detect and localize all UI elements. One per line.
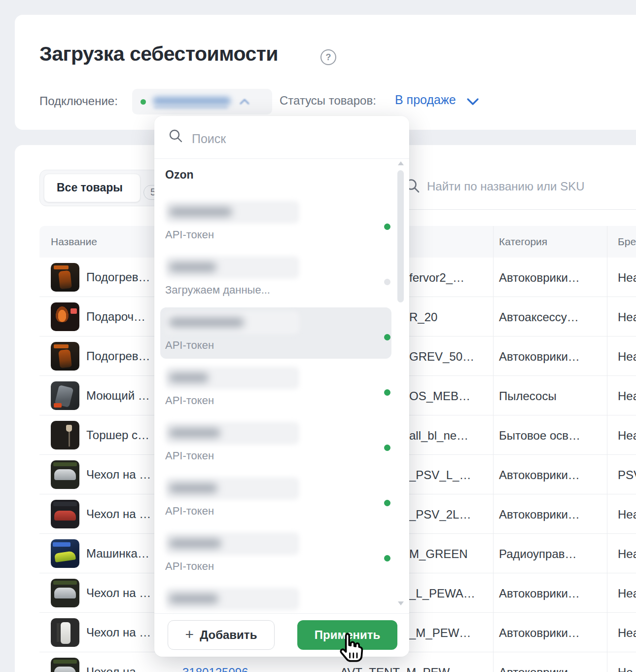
product-image: [51, 658, 79, 672]
product-image: [51, 381, 79, 410]
product-name[interactable]: Подогрев…: [86, 349, 150, 363]
statuses-dropdown[interactable]: В продаже: [395, 93, 456, 107]
product-article: _L_PEWA…: [409, 587, 475, 600]
status-dot-green: [384, 389, 390, 396]
product-category: Автоаксессу…: [499, 310, 579, 324]
statuses-label: Статусы товаров:: [280, 94, 376, 108]
column-header-brand: Бре: [618, 236, 636, 248]
product-brand: Неа: [618, 429, 636, 443]
connection-dropdown-panel: Ozon API-токен Загружаем данные... API-т…: [154, 116, 409, 657]
product-brand: Неа: [618, 626, 636, 640]
product-name[interactable]: Подароч…: [86, 310, 145, 324]
connection-type: API-токен: [165, 228, 214, 241]
product-article: fervor2_…: [409, 271, 464, 285]
connection-name-redacted: [165, 422, 299, 445]
help-icon[interactable]: ?: [320, 49, 336, 65]
product-image: [51, 460, 79, 489]
connection-name-redacted: [165, 532, 299, 555]
product-brand: PSV: [618, 468, 636, 482]
product-name[interactable]: Чехол на: [86, 665, 136, 672]
connection-selector[interactable]: [132, 89, 272, 114]
connection-label: Подключение:: [39, 94, 118, 108]
product-category: Бытовое осв…: [499, 429, 580, 443]
cursor-pointer-icon: [335, 631, 367, 667]
status-dot-green: [384, 555, 390, 561]
product-sku-link[interactable]: 3180125096: [182, 666, 248, 672]
product-category: Автоковрики…: [499, 468, 580, 482]
status-dot-green: [384, 500, 390, 506]
product-name[interactable]: Машинка…: [86, 547, 149, 560]
connection-item[interactable]: API-токен: [154, 532, 409, 574]
product-article: R_20: [409, 310, 437, 324]
connection-type: API-токен: [165, 505, 214, 518]
product-article: GREV_50…: [409, 350, 474, 364]
connection-name-redacted: [165, 477, 299, 500]
connection-item[interactable]: API-токен: [154, 477, 409, 519]
connection-status-dot: [141, 99, 146, 105]
tab-label: Все товары: [57, 181, 123, 194]
product-name[interactable]: Торшер с…: [86, 428, 149, 442]
product-image: [51, 500, 79, 528]
connection-name-redacted: [165, 367, 299, 389]
connection-type: API-токен: [165, 339, 214, 352]
connection-type: API-токен: [165, 394, 214, 407]
product-category: Автоковрики…: [499, 508, 580, 522]
product-name[interactable]: Чехол на …: [86, 468, 151, 482]
product-image: [51, 618, 79, 647]
product-search-input[interactable]: [426, 174, 635, 199]
chevron-up-icon: [240, 98, 249, 105]
connection-item[interactable]: API-токен: [154, 422, 409, 463]
product-article: OS_MEB…: [409, 389, 470, 403]
product-category: Автоковрики…: [499, 350, 580, 364]
product-name[interactable]: Чехол на …: [86, 586, 151, 600]
header-card: [15, 15, 636, 130]
product-category: Автоковрики…: [499, 271, 580, 285]
product-brand: Неа: [618, 310, 636, 324]
connection-type: API-токен: [165, 449, 214, 462]
product-category: Радиоуправ…: [499, 547, 577, 561]
scrollbar-down-arrow[interactable]: [398, 601, 404, 605]
status-dot-green: [384, 445, 390, 451]
connection-name-underline: [154, 107, 228, 108]
product-image: [51, 421, 79, 449]
product-name[interactable]: Подогрев…: [86, 270, 150, 284]
connections-list: API-токен Загружаем данные... API-токен …: [154, 116, 409, 613]
connection-item[interactable]: API-токен: [154, 201, 409, 242]
connection-loading-status: Загружаем данные...: [165, 284, 270, 297]
product-brand: Неа: [618, 350, 636, 364]
product-category: Пылесосы: [499, 389, 557, 403]
scrollbar-thumb[interactable]: [397, 170, 404, 302]
scrollbar-up-arrow[interactable]: [398, 161, 404, 165]
connection-item[interactable]: Загружаем данные...: [154, 256, 409, 298]
product-brand: Неа: [618, 587, 636, 600]
product-brand: Неа: [618, 389, 636, 403]
tab-all-products[interactable]: Все товары 5: [44, 174, 141, 202]
product-name[interactable]: Моющий …: [86, 389, 150, 403]
product-image: [51, 539, 79, 568]
status-dot-green: [384, 224, 390, 230]
product-image: [51, 579, 79, 607]
connection-name-redacted: [165, 588, 299, 610]
connection-name-redacted: [165, 311, 299, 334]
chevron-down-icon[interactable]: [466, 98, 479, 106]
status-dot-grey: [384, 279, 390, 285]
column-header-category: Категория: [499, 236, 547, 248]
connection-name-redacted: [153, 97, 231, 105]
add-connection-button[interactable]: + Добавить: [168, 620, 275, 650]
product-category: Автоковрики…: [499, 626, 580, 640]
connection-item-selected[interactable]: API-токен: [154, 311, 409, 353]
connection-item[interactable]: API-токен: [154, 367, 409, 408]
product-name[interactable]: Чехол на …: [86, 507, 151, 521]
product-image: [51, 342, 79, 371]
product-name[interactable]: Чехол на …: [86, 626, 151, 639]
connection-name-redacted: [165, 256, 299, 279]
plus-icon: +: [185, 627, 194, 642]
product-brand: Неа: [618, 271, 636, 285]
column-header-name: Название: [51, 236, 97, 248]
product-image: [51, 263, 79, 292]
product-brand: Неа: [618, 547, 636, 561]
product-article: _PSV_L_…: [409, 468, 471, 482]
product-article: _M_PEW…: [409, 626, 471, 640]
product-brand: Не: [618, 666, 633, 672]
divider: [154, 613, 409, 614]
